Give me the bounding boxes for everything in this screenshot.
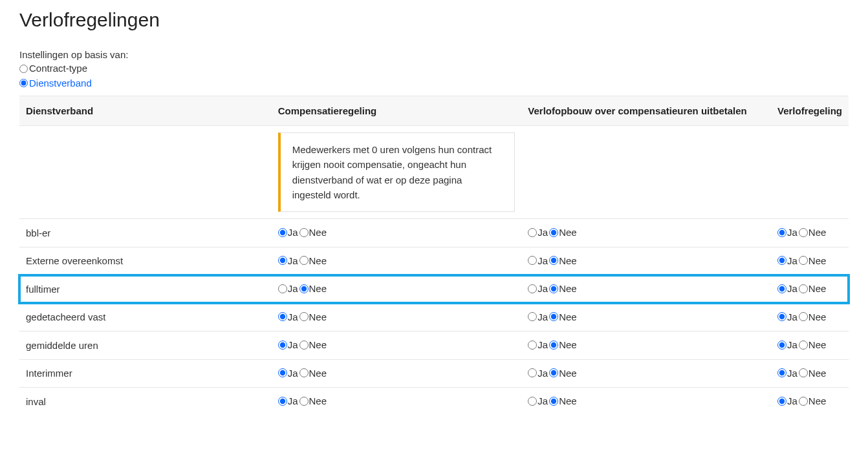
option-no[interactable]: Nee: [299, 395, 327, 406]
option-no[interactable]: Nee: [799, 339, 827, 350]
option-yes[interactable]: Ja: [278, 368, 298, 379]
option-no[interactable]: Nee: [549, 339, 577, 350]
radio-input[interactable]: [528, 341, 537, 350]
radio-input[interactable]: [299, 341, 309, 350]
radio-input[interactable]: [278, 284, 287, 293]
option-yes[interactable]: Ja: [528, 395, 548, 406]
option-yes[interactable]: Ja: [278, 339, 298, 350]
radio-input[interactable]: [278, 228, 287, 237]
option-yes[interactable]: Ja: [278, 311, 298, 322]
option-yes[interactable]: Ja: [777, 311, 797, 322]
radio-input[interactable]: [278, 312, 287, 321]
radio-input[interactable]: [299, 312, 309, 321]
yesno-group: JaNee: [528, 339, 578, 350]
option-yes[interactable]: Ja: [777, 395, 797, 406]
cell-verlof: JaNee: [771, 359, 849, 388]
option-no[interactable]: Nee: [799, 255, 827, 266]
radio-input[interactable]: [299, 397, 309, 406]
option-no[interactable]: Nee: [299, 227, 327, 238]
radio-input[interactable]: [278, 397, 287, 406]
radio-input[interactable]: [777, 341, 787, 350]
radio-input[interactable]: [278, 341, 287, 350]
radio-input[interactable]: [528, 397, 537, 406]
option-yes[interactable]: Ja: [777, 227, 797, 238]
cell-uitbetalen: JaNee: [521, 219, 771, 247]
row-name: Externe overeenkomst: [19, 247, 272, 275]
radio-input[interactable]: [799, 284, 808, 293]
radio-input[interactable]: [777, 256, 787, 265]
option-yes[interactable]: Ja: [777, 368, 797, 379]
option-no[interactable]: Nee: [799, 368, 827, 379]
radio-input[interactable]: [549, 368, 558, 377]
option-no[interactable]: Nee: [299, 368, 327, 379]
option-no[interactable]: Nee: [299, 255, 327, 266]
option-no[interactable]: Nee: [549, 283, 577, 294]
basis-option[interactable]: Dienstverband: [19, 76, 849, 91]
radio-label: Ja: [787, 283, 797, 294]
option-yes[interactable]: Ja: [278, 255, 298, 266]
cell-verlof: JaNee: [771, 303, 849, 331]
option-no[interactable]: Nee: [549, 255, 577, 266]
radio-input[interactable]: [799, 312, 808, 321]
option-yes[interactable]: Ja: [528, 283, 548, 294]
basis-option[interactable]: Contract-type: [19, 61, 849, 76]
radio-input[interactable]: [777, 368, 787, 377]
option-no[interactable]: Nee: [299, 283, 327, 294]
radio-input[interactable]: [299, 284, 309, 293]
option-no[interactable]: Nee: [549, 395, 577, 406]
option-yes[interactable]: Ja: [528, 311, 548, 322]
option-yes[interactable]: Ja: [278, 227, 298, 238]
radio-input[interactable]: [777, 228, 787, 237]
option-no[interactable]: Nee: [799, 283, 827, 294]
option-no[interactable]: Nee: [799, 311, 827, 322]
option-yes[interactable]: Ja: [777, 255, 797, 266]
radio-input[interactable]: [299, 228, 309, 237]
radio-input[interactable]: [528, 284, 537, 293]
radio-input[interactable]: [528, 368, 537, 377]
option-no[interactable]: Nee: [799, 227, 827, 238]
radio-input[interactable]: [777, 284, 787, 293]
radio-label: Nee: [808, 311, 827, 322]
radio-input[interactable]: [549, 341, 558, 350]
yesno-group: JaNee: [528, 283, 578, 294]
radio-input[interactable]: [777, 312, 787, 321]
option-yes[interactable]: Ja: [528, 227, 548, 238]
col-header-dienstverband: Dienstverband: [19, 96, 272, 126]
option-yes[interactable]: Ja: [777, 339, 797, 350]
option-no[interactable]: Nee: [299, 311, 327, 322]
option-yes[interactable]: Ja: [528, 368, 548, 379]
basis-section: Instellingen op basis van: Contract-type…: [19, 49, 849, 90]
radio-input[interactable]: [549, 256, 558, 265]
option-no[interactable]: Nee: [549, 368, 577, 379]
radio-input[interactable]: [799, 228, 808, 237]
cell-compensatie: JaNee: [272, 275, 522, 304]
option-no[interactable]: Nee: [299, 339, 327, 350]
radio-input[interactable]: [299, 368, 309, 377]
radio-input[interactable]: [528, 312, 537, 321]
radio-input[interactable]: [777, 397, 787, 406]
option-yes[interactable]: Ja: [278, 283, 298, 294]
radio-input[interactable]: [549, 284, 558, 293]
radio-input[interactable]: [549, 397, 558, 406]
option-yes[interactable]: Ja: [528, 339, 548, 350]
radio-input[interactable]: [549, 312, 558, 321]
option-yes[interactable]: Ja: [278, 395, 298, 406]
radio-input[interactable]: [278, 256, 287, 265]
radio-input[interactable]: [799, 256, 808, 265]
option-no[interactable]: Nee: [549, 227, 577, 238]
basis-radio[interactable]: [19, 79, 28, 87]
option-no[interactable]: Nee: [799, 395, 827, 406]
radio-input[interactable]: [528, 228, 537, 237]
radio-input[interactable]: [799, 397, 808, 406]
radio-input[interactable]: [528, 256, 537, 265]
radio-input[interactable]: [549, 228, 558, 237]
radio-input[interactable]: [799, 368, 808, 377]
basis-radio[interactable]: [19, 65, 28, 73]
option-yes[interactable]: Ja: [777, 283, 797, 294]
radio-input[interactable]: [799, 341, 808, 350]
radio-input[interactable]: [278, 368, 287, 377]
option-no[interactable]: Nee: [549, 311, 577, 322]
yesno-group: JaNee: [278, 283, 328, 294]
radio-input[interactable]: [299, 256, 309, 265]
option-yes[interactable]: Ja: [528, 255, 548, 266]
